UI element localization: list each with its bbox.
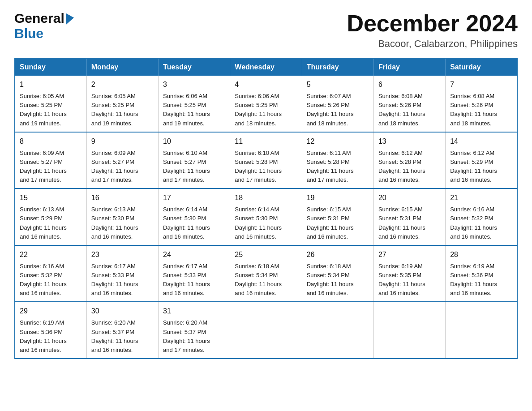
day-number: 27 [378,249,441,260]
day-info: Sunrise: 6:09 AMSunset: 5:27 PMDaylight:… [91,149,154,185]
calendar-empty-cell [446,302,517,359]
calendar-header-row: SundayMondayTuesdayWednesdayThursdayFrid… [15,58,517,76]
day-number: 6 [378,79,441,90]
day-info: Sunrise: 6:08 AMSunset: 5:26 PMDaylight:… [450,92,512,128]
day-info: Sunrise: 6:12 AMSunset: 5:28 PMDaylight:… [378,149,441,185]
day-number: 7 [450,79,512,90]
calendar-day-cell: 27Sunrise: 6:19 AMSunset: 5:35 PMDayligh… [373,245,445,302]
calendar-day-cell: 7Sunrise: 6:08 AMSunset: 5:26 PMDaylight… [446,76,517,132]
day-info: Sunrise: 6:12 AMSunset: 5:29 PMDaylight:… [450,149,512,185]
day-number: 1 [20,79,82,90]
day-number: 4 [235,79,297,90]
calendar-day-cell: 20Sunrise: 6:15 AMSunset: 5:31 PMDayligh… [373,188,445,245]
day-info: Sunrise: 6:05 AMSunset: 5:25 PMDaylight:… [91,92,154,128]
calendar-empty-cell [302,302,373,359]
page-header: General Blue December 2024 Bacoor, Calab… [14,11,518,50]
day-info: Sunrise: 6:05 AMSunset: 5:25 PMDaylight:… [20,92,82,128]
day-info: Sunrise: 6:06 AMSunset: 5:25 PMDaylight:… [235,92,297,128]
day-number: 9 [91,136,154,147]
day-number: 11 [235,136,297,147]
calendar-day-cell: 5Sunrise: 6:07 AMSunset: 5:26 PMDaylight… [302,76,373,132]
day-info: Sunrise: 6:14 AMSunset: 5:30 PMDaylight:… [163,205,225,241]
day-number: 21 [450,193,512,203]
calendar-header: SundayMondayTuesdayWednesdayThursdayFrid… [15,58,517,76]
calendar-day-cell: 30Sunrise: 6:20 AMSunset: 5:37 PMDayligh… [86,302,158,359]
calendar-day-cell: 25Sunrise: 6:18 AMSunset: 5:34 PMDayligh… [230,245,302,302]
day-info: Sunrise: 6:06 AMSunset: 5:25 PMDaylight:… [163,92,225,128]
day-info: Sunrise: 6:07 AMSunset: 5:26 PMDaylight:… [307,92,369,128]
day-info: Sunrise: 6:17 AMSunset: 5:33 PMDaylight:… [163,262,225,298]
day-info: Sunrise: 6:16 AMSunset: 5:32 PMDaylight:… [450,205,512,241]
calendar-day-cell: 14Sunrise: 6:12 AMSunset: 5:29 PMDayligh… [446,132,517,189]
calendar-week-row: 22Sunrise: 6:16 AMSunset: 5:32 PMDayligh… [15,245,517,302]
calendar-day-cell: 15Sunrise: 6:13 AMSunset: 5:29 PMDayligh… [15,188,86,245]
day-info: Sunrise: 6:17 AMSunset: 5:33 PMDaylight:… [91,262,154,298]
calendar-day-cell: 28Sunrise: 6:19 AMSunset: 5:36 PMDayligh… [446,245,517,302]
calendar-day-cell: 16Sunrise: 6:13 AMSunset: 5:30 PMDayligh… [86,188,158,245]
day-info: Sunrise: 6:14 AMSunset: 5:30 PMDaylight:… [235,205,297,241]
calendar-day-cell: 3Sunrise: 6:06 AMSunset: 5:25 PMDaylight… [159,76,230,132]
calendar-week-row: 15Sunrise: 6:13 AMSunset: 5:29 PMDayligh… [15,188,517,245]
day-info: Sunrise: 6:19 AMSunset: 5:35 PMDaylight:… [378,262,441,298]
day-info: Sunrise: 6:09 AMSunset: 5:27 PMDaylight:… [20,149,82,185]
calendar-day-cell: 21Sunrise: 6:16 AMSunset: 5:32 PMDayligh… [446,188,517,245]
day-number: 25 [235,249,297,260]
calendar-day-cell: 9Sunrise: 6:09 AMSunset: 5:27 PMDaylight… [86,132,158,189]
calendar-day-cell: 17Sunrise: 6:14 AMSunset: 5:30 PMDayligh… [159,188,230,245]
day-number: 31 [163,306,225,317]
calendar-day-header-friday: Friday [373,58,445,76]
day-number: 5 [307,79,369,90]
calendar-day-cell: 4Sunrise: 6:06 AMSunset: 5:25 PMDaylight… [230,76,302,132]
calendar-day-cell: 8Sunrise: 6:09 AMSunset: 5:27 PMDaylight… [15,132,86,189]
calendar-day-cell: 13Sunrise: 6:12 AMSunset: 5:28 PMDayligh… [373,132,445,189]
calendar-day-cell: 11Sunrise: 6:10 AMSunset: 5:28 PMDayligh… [230,132,302,189]
day-number: 20 [378,193,441,203]
calendar-day-cell: 22Sunrise: 6:16 AMSunset: 5:32 PMDayligh… [15,245,86,302]
day-number: 23 [91,249,154,260]
calendar-day-cell: 18Sunrise: 6:14 AMSunset: 5:30 PMDayligh… [230,188,302,245]
day-info: Sunrise: 6:10 AMSunset: 5:28 PMDaylight:… [235,149,297,185]
day-info: Sunrise: 6:18 AMSunset: 5:34 PMDaylight:… [235,262,297,298]
day-number: 3 [163,79,225,90]
calendar-day-cell: 26Sunrise: 6:18 AMSunset: 5:34 PMDayligh… [302,245,373,302]
day-info: Sunrise: 6:16 AMSunset: 5:32 PMDaylight:… [20,262,82,298]
day-number: 10 [163,136,225,147]
calendar-day-cell: 10Sunrise: 6:10 AMSunset: 5:27 PMDayligh… [159,132,230,189]
day-number: 15 [20,193,82,203]
day-info: Sunrise: 6:11 AMSunset: 5:28 PMDaylight:… [307,149,369,185]
day-info: Sunrise: 6:08 AMSunset: 5:26 PMDaylight:… [378,92,441,128]
day-number: 28 [450,249,512,260]
calendar-day-cell: 1Sunrise: 6:05 AMSunset: 5:25 PMDaylight… [15,76,86,132]
day-number: 19 [307,193,369,203]
logo-arrow-icon [66,12,74,25]
calendar-day-header-saturday: Saturday [446,58,517,76]
calendar-day-cell: 31Sunrise: 6:20 AMSunset: 5:37 PMDayligh… [159,302,230,359]
logo: General Blue [14,11,74,41]
day-info: Sunrise: 6:18 AMSunset: 5:34 PMDaylight:… [307,262,369,298]
day-info: Sunrise: 6:20 AMSunset: 5:37 PMDaylight:… [163,318,225,355]
calendar-week-row: 8Sunrise: 6:09 AMSunset: 5:27 PMDaylight… [15,132,517,189]
day-number: 18 [235,193,297,203]
calendar-day-cell: 19Sunrise: 6:15 AMSunset: 5:31 PMDayligh… [302,188,373,245]
day-info: Sunrise: 6:10 AMSunset: 5:27 PMDaylight:… [163,149,225,185]
calendar-day-cell: 23Sunrise: 6:17 AMSunset: 5:33 PMDayligh… [86,245,158,302]
day-number: 24 [163,249,225,260]
logo-general-text: General [14,11,64,26]
day-number: 16 [91,193,154,203]
day-info: Sunrise: 6:13 AMSunset: 5:29 PMDaylight:… [20,205,82,241]
day-number: 22 [20,249,82,260]
day-info: Sunrise: 6:19 AMSunset: 5:36 PMDaylight:… [450,262,512,298]
day-info: Sunrise: 6:19 AMSunset: 5:36 PMDaylight:… [20,318,82,355]
calendar-day-cell: 24Sunrise: 6:17 AMSunset: 5:33 PMDayligh… [159,245,230,302]
calendar-empty-cell [230,302,302,359]
day-number: 2 [91,79,154,90]
calendar-day-header-tuesday: Tuesday [159,58,230,76]
day-number: 17 [163,193,225,203]
calendar-day-header-monday: Monday [86,58,158,76]
day-info: Sunrise: 6:15 AMSunset: 5:31 PMDaylight:… [378,205,441,241]
calendar-day-cell: 12Sunrise: 6:11 AMSunset: 5:28 PMDayligh… [302,132,373,189]
day-number: 13 [378,136,441,147]
day-info: Sunrise: 6:20 AMSunset: 5:37 PMDaylight:… [91,318,154,355]
calendar-week-row: 29Sunrise: 6:19 AMSunset: 5:36 PMDayligh… [15,302,517,359]
day-number: 14 [450,136,512,147]
